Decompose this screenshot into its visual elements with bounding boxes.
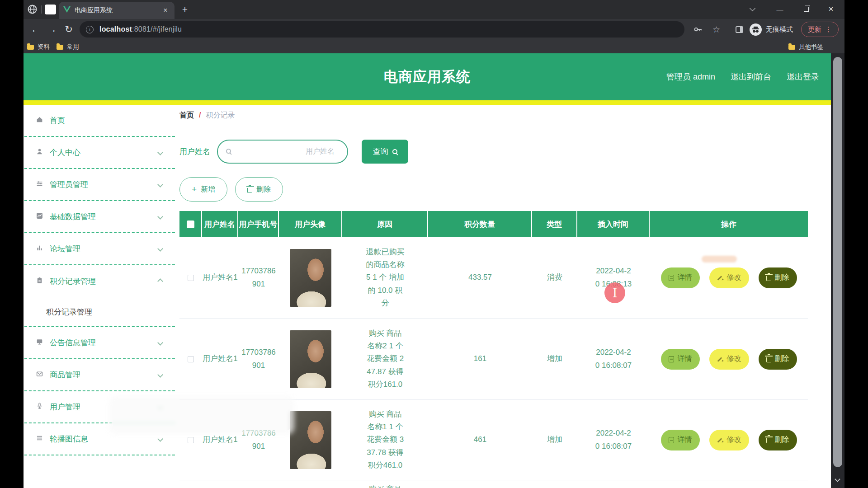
col-type: 类型: [532, 211, 577, 237]
forward-icon[interactable]: →: [46, 24, 58, 35]
page-scrollbar[interactable]: [831, 53, 844, 488]
pinned-tab-favicon[interactable]: [45, 5, 56, 14]
other-bookmarks[interactable]: 其他书签: [788, 40, 823, 54]
select-all-checkbox[interactable]: [187, 221, 194, 228]
chevron-down-icon: [157, 436, 163, 442]
browser-logo-icon[interactable]: [27, 4, 38, 16]
screen: 电商应用系统 × + — × ← → ↻ i localhost:8081/#/…: [0, 0, 868, 488]
edit-button[interactable]: 修改: [709, 430, 749, 450]
update-menu-button[interactable]: 更新 ⋮: [801, 22, 839, 37]
sidebar-item-base-data-management[interactable]: 基础数据管理: [24, 201, 175, 233]
document-icon: [669, 275, 674, 281]
scrollbar-thumb[interactable]: [833, 57, 842, 467]
logout-link[interactable]: 退出登录: [787, 71, 819, 82]
envelope-icon: [36, 371, 43, 379]
active-tab[interactable]: 电商应用系统 ×: [59, 2, 175, 19]
trash-icon: [766, 438, 771, 443]
pencil-icon: [717, 356, 723, 362]
remove-button[interactable]: 删除: [759, 267, 797, 288]
col-user-phone: 用户手机号: [238, 211, 279, 237]
edit-button-label: 修改: [727, 273, 741, 282]
bookmark-folder-2[interactable]: 常用: [57, 40, 79, 54]
sidebar-item-home[interactable]: 首页: [24, 105, 175, 137]
cell-type: 增加: [532, 319, 577, 399]
points-record-table: 用户姓名 用户手机号 用户头像 原因 积分数量 类型 插入时间 操作: [179, 211, 808, 488]
site-info-icon[interactable]: i: [86, 26, 94, 33]
sidebar-item-product-management[interactable]: 商品管理: [24, 359, 175, 391]
sidebar-item-label: 轮播图信息: [50, 434, 88, 444]
sidebar-item-points-record-management[interactable]: 积分记录管理: [24, 265, 175, 297]
detail-button[interactable]: 详情: [661, 349, 700, 370]
cell-insert-time: [577, 480, 650, 488]
tab-title: 电商应用系统: [75, 6, 161, 14]
cell-reason: 退款已购买 的商品名称 5 1 个 增加 的 10.0 积 分: [342, 237, 428, 318]
sidebar-subitem-points-record[interactable]: 积分记录管理: [24, 297, 175, 327]
sidebar-item-label: 管理员管理: [50, 179, 88, 190]
search-icon: [392, 149, 397, 154]
table-row: 用户姓名1 17703786 901 退款已购买 的商品名称 5 1 个 增加 …: [179, 237, 808, 319]
edit-button[interactable]: 修改: [709, 267, 749, 288]
sidebar-item-admin-management[interactable]: 管理员管理: [24, 169, 175, 201]
detail-button[interactable]: 详情: [661, 430, 700, 450]
kebab-menu-icon[interactable]: ⋮: [825, 25, 832, 33]
new-tab-button[interactable]: +: [179, 4, 191, 15]
list-icon: [36, 435, 43, 443]
delete-button[interactable]: 删除: [235, 177, 283, 202]
cell-type: 增加: [532, 400, 577, 480]
exit-to-front-link[interactable]: 退出到前台: [731, 71, 771, 82]
pencil-icon: [717, 275, 723, 281]
row-checkbox[interactable]: [188, 437, 194, 443]
sidebar-item-forum-management[interactable]: 论坛管理: [24, 233, 175, 265]
letterbox-right: [844, 0, 868, 488]
password-key-icon[interactable]: [693, 19, 703, 40]
row-checkbox[interactable]: [188, 275, 194, 281]
sliders-icon: [36, 180, 43, 189]
sidebar: 首页 个人中心 管理员管理: [24, 105, 176, 488]
window-restore-button[interactable]: [800, 3, 812, 15]
detail-button[interactable]: 详情: [661, 267, 700, 288]
cell-user-phone: 17703786 901: [238, 319, 279, 399]
window-minimize-button[interactable]: —: [774, 3, 786, 15]
remove-button[interactable]: 删除: [759, 349, 797, 370]
tab-close-icon[interactable]: ×: [161, 6, 170, 15]
folder-icon: [788, 45, 795, 50]
url-text: localhost:8081/#/jifenjilu: [99, 25, 182, 33]
other-bookmarks-label: 其他书签: [799, 43, 823, 51]
search-input[interactable]: [217, 140, 348, 164]
address-bar[interactable]: i localhost:8081/#/jifenjilu: [80, 21, 684, 38]
breadcrumb-home[interactable]: 首页: [179, 111, 194, 120]
chevron-down-icon: [157, 150, 163, 155]
window-close-button[interactable]: ×: [825, 3, 837, 15]
row-checkbox[interactable]: [188, 356, 194, 362]
bookmark-star-icon[interactable]: ☆: [712, 19, 720, 40]
user-avatar-image: [290, 330, 331, 388]
sidebar-item-label: 基础数据管理: [50, 211, 96, 222]
text-cursor-icon: I: [613, 286, 618, 300]
back-icon[interactable]: ←: [30, 24, 42, 35]
sidebar-item-announcement-management[interactable]: 公告信息管理: [24, 327, 175, 359]
table-actions-row: + 新增 删除: [179, 177, 831, 202]
cell-points: 161: [428, 319, 532, 399]
table-header-row: 用户姓名 用户手机号 用户头像 原因 积分数量 类型 插入时间 操作: [179, 211, 808, 237]
remove-button-label: 删除: [775, 354, 789, 364]
chevron-down-icon: [157, 214, 163, 220]
window-chevron-icon[interactable]: [746, 3, 759, 15]
sidebar-item-personal-center[interactable]: 个人中心: [24, 137, 175, 169]
remove-button[interactable]: 删除: [759, 430, 797, 450]
blurred-watermark-patch: [113, 400, 290, 430]
edit-button[interactable]: 修改: [709, 349, 749, 370]
breadcrumb-separator: /: [199, 111, 201, 119]
scroll-down-arrow-icon[interactable]: [835, 476, 840, 482]
query-button[interactable]: 查询: [362, 140, 408, 164]
user-icon: [36, 148, 43, 157]
reload-icon[interactable]: ↻: [63, 24, 75, 35]
search-row: 用户姓名 查询: [179, 139, 831, 164]
document-icon: [669, 437, 674, 443]
col-reason: 原因: [342, 211, 428, 237]
side-panel-icon[interactable]: [736, 19, 743, 40]
col-insert-time: 插入时间: [577, 211, 650, 237]
bookmark-folder-1[interactable]: 资料: [27, 40, 50, 54]
incognito-label: 无痕模式: [766, 19, 793, 40]
add-button[interactable]: + 新增: [179, 177, 227, 202]
user-avatar-image: [290, 249, 331, 307]
